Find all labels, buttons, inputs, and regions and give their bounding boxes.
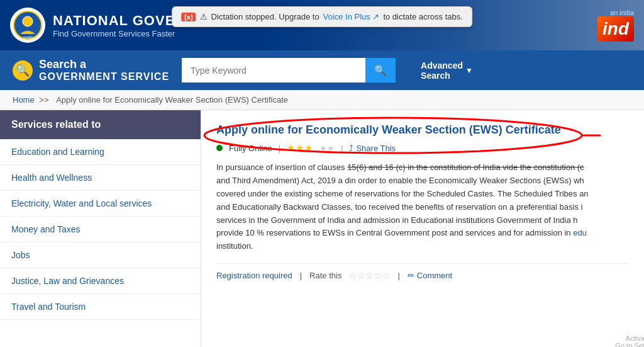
- sidebar-item-money[interactable]: Money and Taxes: [0, 217, 201, 242]
- desc-part6: provide 10 % reservations to EWSs in Cen…: [216, 228, 573, 237]
- sidebar-item-health[interactable]: Health and Wellness: [0, 165, 201, 191]
- meta-divider-2: |: [341, 144, 343, 153]
- bottom-divider-2: |: [397, 271, 399, 280]
- search-bar: 🔍 Search a GOVERNMENT SERVICE 🔍 Advanced…: [0, 50, 644, 90]
- comment-icon: ✏: [408, 271, 414, 280]
- share-label: Share This: [356, 144, 396, 153]
- sidebar-item-jobs[interactable]: Jobs: [0, 242, 201, 268]
- search-input[interactable]: [182, 58, 365, 82]
- sidebar: Services related to Education and Learni…: [0, 110, 201, 347]
- desc-part7: institution.: [216, 241, 253, 251]
- desc-part2: and Third Amendment) Act, 2019 a din ord…: [216, 176, 584, 185]
- svg-point-1: [23, 16, 33, 26]
- share-button[interactable]: ⤴ Share This: [349, 144, 396, 153]
- service-meta: Fully Online | ★★★ ★★ | ⤴ Share This: [216, 142, 629, 154]
- breadcrumb: Home >> Apply online for Economically We…: [0, 90, 644, 110]
- breadcrumb-home[interactable]: Home: [13, 95, 35, 105]
- initiative-label: an initia: [597, 9, 634, 16]
- advanced-search-button[interactable]: Advanced Search ▼: [421, 60, 473, 81]
- desc-part4: and Educationally Backward Classes, too …: [216, 202, 582, 212]
- india-logo: ind: [597, 16, 634, 42]
- svg-text:सत्यमेव: सत्यमेव: [23, 35, 33, 40]
- desc-part5: services in the Government of India and …: [216, 215, 577, 225]
- search-button[interactable]: 🔍: [365, 58, 396, 82]
- search-icon: 🔍: [13, 60, 33, 81]
- online-status-dot: [216, 145, 223, 151]
- search-line2: GOVERNMENT SERVICE: [39, 71, 169, 82]
- rating-stars-filled: ★★★: [287, 142, 313, 154]
- content-area: Apply online for Economically Weaker Sec…: [201, 110, 644, 347]
- advanced-search-label: Advanced Search: [421, 60, 463, 81]
- search-label-text: Search a GOVERNMENT SERVICE: [39, 58, 169, 82]
- dictation-message-before: Dictation stopped. Upgrade to: [211, 12, 319, 21]
- sidebar-item-education[interactable]: Education and Learning: [0, 139, 201, 165]
- desc-strikethrough: 15(6) and 16 (c) in the constitution of …: [347, 162, 584, 172]
- activate-watermark: Activate Go to Set...: [615, 334, 644, 347]
- rate-label: Rate this: [309, 271, 341, 280]
- breadcrumb-current: Apply online for Economically Weaker Sec…: [56, 95, 288, 105]
- meta-divider-1: |: [279, 144, 280, 153]
- dictation-close-button[interactable]: [x]: [181, 13, 196, 21]
- dictation-banner: [x] ⚠ Dictation stopped. Upgrade to Voic…: [172, 6, 472, 27]
- header-right: an initia ind: [597, 9, 634, 42]
- warning-icon: ⚠: [200, 12, 208, 21]
- online-status-label: Fully Online: [229, 144, 272, 153]
- bottom-meta: Registration required | Rate this ☆☆☆☆☆ …: [216, 263, 629, 282]
- emblem-svg: सत्यमेव: [13, 10, 43, 40]
- main-content: Services related to Education and Learni…: [0, 110, 644, 347]
- search-label-block: 🔍 Search a GOVERNMENT SERVICE: [13, 58, 169, 82]
- breadcrumb-separator: >>: [39, 95, 48, 105]
- desc-part1: In pursuance of insertion of clauses: [216, 162, 347, 172]
- sidebar-header: Services related to: [0, 110, 201, 139]
- search-input-wrap: 🔍: [182, 58, 396, 82]
- voice-in-plus-label: Voice In Plus: [323, 12, 370, 21]
- search-line1: Search a: [39, 58, 169, 71]
- comment-label: Comment: [417, 271, 452, 280]
- desc-part3: covered under the existing scheme of res…: [216, 189, 589, 198]
- registration-required-label: Registration required: [216, 271, 292, 280]
- service-title: Apply online for Economically Weaker Sec…: [216, 123, 629, 137]
- service-description: In pursuance of insertion of clauses 15(…: [216, 161, 629, 253]
- bottom-divider-1: |: [300, 271, 302, 280]
- rating-stars-empty: ★★: [319, 144, 335, 153]
- sidebar-item-travel[interactable]: Travel and Tourism: [0, 294, 201, 320]
- external-link-icon: ↗: [372, 12, 379, 21]
- sidebar-item-electricity[interactable]: Electricity, Water and Local services: [0, 191, 201, 217]
- advanced-search-dropdown-icon: ▼: [465, 66, 473, 75]
- comment-button[interactable]: ✏ Comment: [408, 271, 452, 280]
- portal-subtitle: Find Government Services Faster: [53, 29, 381, 38]
- voice-in-plus-link[interactable]: Voice In Plus ↗: [323, 12, 380, 21]
- government-emblem: सत्यमेव: [10, 8, 45, 43]
- rate-stars[interactable]: ☆☆☆☆☆: [349, 270, 390, 282]
- dictation-message-after: to dictate across tabs.: [383, 12, 462, 21]
- share-icon: ⤴: [349, 144, 353, 153]
- desc-edu-link: edu: [573, 228, 587, 237]
- sidebar-item-justice[interactable]: Justice, Law and Grievances: [0, 268, 201, 294]
